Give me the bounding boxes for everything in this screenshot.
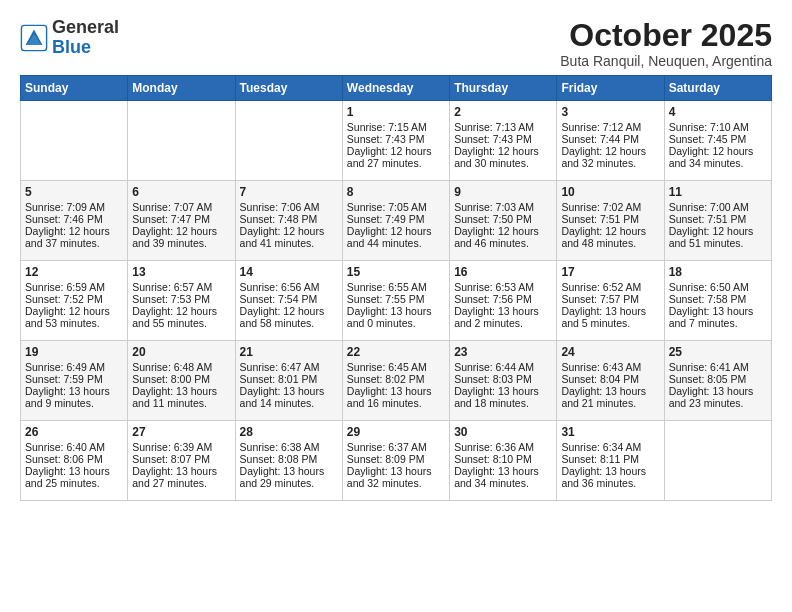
day-info-line: Sunrise: 7:13 AM <box>454 121 552 133</box>
day-number: 2 <box>454 105 552 119</box>
day-info-line: Daylight: 13 hours <box>25 465 123 477</box>
day-number: 27 <box>132 425 230 439</box>
day-cell: 6Sunrise: 7:07 AMSunset: 7:47 PMDaylight… <box>128 181 235 261</box>
day-cell: 29Sunrise: 6:37 AMSunset: 8:09 PMDayligh… <box>342 421 449 501</box>
day-cell: 8Sunrise: 7:05 AMSunset: 7:49 PMDaylight… <box>342 181 449 261</box>
day-info-line: and 23 minutes. <box>669 397 767 409</box>
day-info-line: and 30 minutes. <box>454 157 552 169</box>
month-title: October 2025 <box>560 18 772 53</box>
day-number: 15 <box>347 265 445 279</box>
day-info-line: Sunset: 8:03 PM <box>454 373 552 385</box>
day-info-line: Sunset: 8:09 PM <box>347 453 445 465</box>
day-info-line: Sunset: 7:59 PM <box>25 373 123 385</box>
day-info-line: Daylight: 12 hours <box>25 305 123 317</box>
day-info-line: and 41 minutes. <box>240 237 338 249</box>
day-info-line: and 7 minutes. <box>669 317 767 329</box>
day-info-line: and 34 minutes. <box>669 157 767 169</box>
day-info-line: Sunrise: 7:10 AM <box>669 121 767 133</box>
day-number: 30 <box>454 425 552 439</box>
day-cell <box>21 101 128 181</box>
day-info-line: and 37 minutes. <box>25 237 123 249</box>
day-info-line: Sunset: 8:01 PM <box>240 373 338 385</box>
day-info-line: and 11 minutes. <box>132 397 230 409</box>
day-info-line: Sunset: 7:50 PM <box>454 213 552 225</box>
day-cell: 12Sunrise: 6:59 AMSunset: 7:52 PMDayligh… <box>21 261 128 341</box>
day-info-line: and 53 minutes. <box>25 317 123 329</box>
day-info-line: Daylight: 13 hours <box>561 305 659 317</box>
day-info-line: Sunset: 7:43 PM <box>347 133 445 145</box>
day-cell: 1Sunrise: 7:15 AMSunset: 7:43 PMDaylight… <box>342 101 449 181</box>
day-number: 20 <box>132 345 230 359</box>
day-info-line: Sunset: 7:48 PM <box>240 213 338 225</box>
week-row-1: 1Sunrise: 7:15 AMSunset: 7:43 PMDaylight… <box>21 101 772 181</box>
day-cell: 10Sunrise: 7:02 AMSunset: 7:51 PMDayligh… <box>557 181 664 261</box>
col-tuesday: Tuesday <box>235 76 342 101</box>
day-cell: 15Sunrise: 6:55 AMSunset: 7:55 PMDayligh… <box>342 261 449 341</box>
day-cell: 7Sunrise: 7:06 AMSunset: 7:48 PMDaylight… <box>235 181 342 261</box>
day-info-line: and 14 minutes. <box>240 397 338 409</box>
day-info-line: and 18 minutes. <box>454 397 552 409</box>
day-info-line: and 32 minutes. <box>561 157 659 169</box>
day-number: 9 <box>454 185 552 199</box>
day-cell: 13Sunrise: 6:57 AMSunset: 7:53 PMDayligh… <box>128 261 235 341</box>
day-number: 11 <box>669 185 767 199</box>
logo-general: General <box>52 17 119 37</box>
logo-blue: Blue <box>52 37 91 57</box>
day-number: 7 <box>240 185 338 199</box>
day-cell: 30Sunrise: 6:36 AMSunset: 8:10 PMDayligh… <box>450 421 557 501</box>
day-info-line: Sunrise: 6:38 AM <box>240 441 338 453</box>
day-info-line: Sunset: 7:43 PM <box>454 133 552 145</box>
day-info-line: Daylight: 13 hours <box>132 385 230 397</box>
day-info-line: Sunrise: 7:07 AM <box>132 201 230 213</box>
col-saturday: Saturday <box>664 76 771 101</box>
day-info-line: Sunset: 7:46 PM <box>25 213 123 225</box>
day-cell: 20Sunrise: 6:48 AMSunset: 8:00 PMDayligh… <box>128 341 235 421</box>
title-block: October 2025 Buta Ranquil, Neuquen, Arge… <box>560 18 772 69</box>
day-info-line: Sunset: 8:04 PM <box>561 373 659 385</box>
day-info-line: and 39 minutes. <box>132 237 230 249</box>
day-info-line: Sunset: 8:06 PM <box>25 453 123 465</box>
day-info-line: Daylight: 12 hours <box>347 225 445 237</box>
day-info-line: Daylight: 12 hours <box>454 225 552 237</box>
day-info-line: Sunrise: 7:15 AM <box>347 121 445 133</box>
day-number: 17 <box>561 265 659 279</box>
day-info-line: Daylight: 12 hours <box>132 305 230 317</box>
day-cell <box>128 101 235 181</box>
day-info-line: Sunset: 8:10 PM <box>454 453 552 465</box>
day-info-line: Sunset: 8:07 PM <box>132 453 230 465</box>
day-info-line: Daylight: 12 hours <box>25 225 123 237</box>
day-info-line: and 34 minutes. <box>454 477 552 489</box>
day-info-line: and 32 minutes. <box>347 477 445 489</box>
week-row-3: 12Sunrise: 6:59 AMSunset: 7:52 PMDayligh… <box>21 261 772 341</box>
day-number: 29 <box>347 425 445 439</box>
week-row-2: 5Sunrise: 7:09 AMSunset: 7:46 PMDaylight… <box>21 181 772 261</box>
day-cell: 4Sunrise: 7:10 AMSunset: 7:45 PMDaylight… <box>664 101 771 181</box>
logo-text: General Blue <box>52 18 119 58</box>
day-info-line: Sunset: 7:58 PM <box>669 293 767 305</box>
day-cell: 27Sunrise: 6:39 AMSunset: 8:07 PMDayligh… <box>128 421 235 501</box>
day-cell: 11Sunrise: 7:00 AMSunset: 7:51 PMDayligh… <box>664 181 771 261</box>
header: General Blue October 2025 Buta Ranquil, … <box>20 18 772 69</box>
day-number: 3 <box>561 105 659 119</box>
day-cell: 9Sunrise: 7:03 AMSunset: 7:50 PMDaylight… <box>450 181 557 261</box>
day-info-line: Sunrise: 6:37 AM <box>347 441 445 453</box>
day-cell: 14Sunrise: 6:56 AMSunset: 7:54 PMDayligh… <box>235 261 342 341</box>
day-info-line: Sunrise: 6:50 AM <box>669 281 767 293</box>
day-info-line: Sunrise: 6:43 AM <box>561 361 659 373</box>
day-cell: 5Sunrise: 7:09 AMSunset: 7:46 PMDaylight… <box>21 181 128 261</box>
day-info-line: Daylight: 13 hours <box>454 385 552 397</box>
day-number: 14 <box>240 265 338 279</box>
day-info-line: and 25 minutes. <box>25 477 123 489</box>
day-number: 1 <box>347 105 445 119</box>
day-info-line: and 58 minutes. <box>240 317 338 329</box>
day-info-line: Daylight: 12 hours <box>561 145 659 157</box>
day-info-line: Daylight: 13 hours <box>347 465 445 477</box>
day-number: 31 <box>561 425 659 439</box>
day-number: 26 <box>25 425 123 439</box>
day-info-line: Sunset: 8:11 PM <box>561 453 659 465</box>
day-cell: 3Sunrise: 7:12 AMSunset: 7:44 PMDaylight… <box>557 101 664 181</box>
day-info-line: Sunset: 8:08 PM <box>240 453 338 465</box>
day-cell: 28Sunrise: 6:38 AMSunset: 8:08 PMDayligh… <box>235 421 342 501</box>
day-info-line: Daylight: 12 hours <box>240 305 338 317</box>
day-cell: 23Sunrise: 6:44 AMSunset: 8:03 PMDayligh… <box>450 341 557 421</box>
